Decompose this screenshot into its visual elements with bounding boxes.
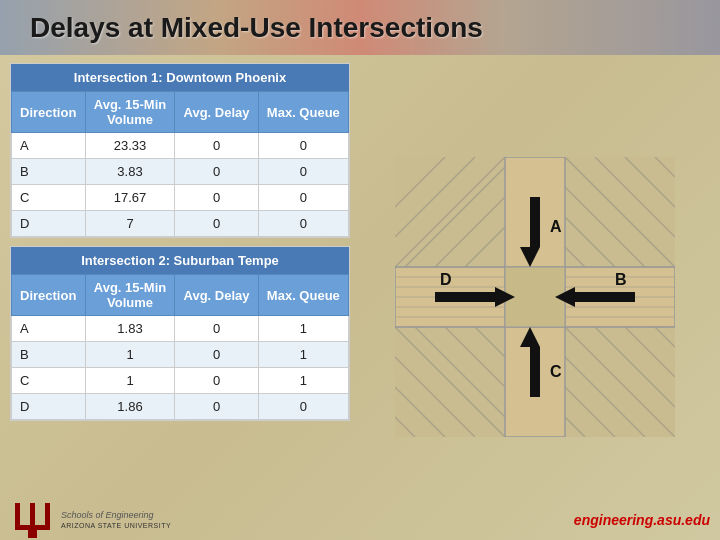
cell-delay: 0 — [175, 368, 258, 394]
cell-delay: 0 — [175, 394, 258, 420]
bottom-bar: Schools of Engineering ARIZONA STATE UNI… — [0, 500, 720, 540]
table2-col-queue: Max. Queue — [258, 275, 348, 316]
cell-direction: A — [12, 133, 86, 159]
schools-label: Schools of Engineering — [61, 510, 171, 522]
cell-delay: 0 — [175, 185, 258, 211]
cell-volume: 1.83 — [85, 316, 175, 342]
table2: Direction Avg. 15-MinVolume Avg. Delay M… — [11, 274, 349, 420]
content-area: Intersection 1: Downtown Phoenix Directi… — [10, 55, 710, 530]
table2-col-volume: Avg. 15-MinVolume — [85, 275, 175, 316]
svg-rect-50 — [530, 197, 540, 247]
table-row: D 1.86 0 0 — [12, 394, 349, 420]
table2-col-direction: Direction — [12, 275, 86, 316]
asu-logo-area: Schools of Engineering ARIZONA STATE UNI… — [10, 503, 171, 538]
cell-volume: 17.67 — [85, 185, 175, 211]
cell-volume: 1.86 — [85, 394, 175, 420]
cell-volume: 7 — [85, 211, 175, 237]
table-row: A 1.83 0 1 — [12, 316, 349, 342]
cell-volume: 1 — [85, 368, 175, 394]
cell-queue: 1 — [258, 316, 348, 342]
table1: Direction Avg. 15-MinVolume Avg. Delay M… — [11, 91, 349, 237]
cell-queue: 0 — [258, 159, 348, 185]
cell-volume: 3.83 — [85, 159, 175, 185]
cell-queue: 0 — [258, 394, 348, 420]
svg-rect-56 — [435, 292, 495, 302]
table1-col-volume: Avg. 15-MinVolume — [85, 92, 175, 133]
svg-rect-60 — [45, 503, 50, 528]
table-row: C 17.67 0 0 — [12, 185, 349, 211]
table1-col-direction: Direction — [12, 92, 86, 133]
table1-col-queue: Max. Queue — [258, 92, 348, 133]
table1-col-delay: Avg. Delay — [175, 92, 258, 133]
cell-direction: B — [12, 159, 86, 185]
table2-col-delay: Avg. Delay — [175, 275, 258, 316]
cell-direction: C — [12, 368, 86, 394]
table-row: B 3.83 0 0 — [12, 159, 349, 185]
svg-rect-59 — [30, 503, 35, 528]
cell-queue: 0 — [258, 133, 348, 159]
table-row: C 1 0 1 — [12, 368, 349, 394]
page-title: Delays at Mixed-Use Intersections — [30, 12, 483, 44]
label-A: A — [550, 218, 562, 235]
cell-delay: 0 — [175, 211, 258, 237]
cell-queue: 0 — [258, 211, 348, 237]
cell-volume: 23.33 — [85, 133, 175, 159]
cell-queue: 1 — [258, 342, 348, 368]
cell-delay: 0 — [175, 159, 258, 185]
svg-rect-61 — [15, 525, 50, 530]
table2-container: Intersection 2: Suburban Tempe Direction… — [10, 246, 350, 421]
cell-volume: 1 — [85, 342, 175, 368]
label-B: B — [615, 271, 627, 288]
intersection-diagram: A B C — [360, 63, 710, 530]
university-label: ARIZONA STATE UNIVERSITY — [61, 521, 171, 530]
intersection-svg: A B C — [395, 157, 675, 437]
svg-rect-58 — [15, 503, 20, 528]
svg-rect-54 — [530, 347, 540, 397]
cell-delay: 0 — [175, 133, 258, 159]
cell-direction: D — [12, 394, 86, 420]
asu-website: engineering.asu.edu — [574, 512, 710, 528]
svg-rect-52 — [575, 292, 635, 302]
svg-rect-62 — [28, 530, 37, 538]
asu-logo-icon — [10, 503, 55, 538]
cell-direction: A — [12, 316, 86, 342]
cell-queue: 1 — [258, 368, 348, 394]
cell-direction: D — [12, 211, 86, 237]
table1-container: Intersection 1: Downtown Phoenix Directi… — [10, 63, 350, 238]
label-D: D — [440, 271, 452, 288]
asu-text-area: Schools of Engineering ARIZONA STATE UNI… — [61, 510, 171, 531]
left-panel: Intersection 1: Downtown Phoenix Directi… — [10, 55, 350, 530]
cell-direction: B — [12, 342, 86, 368]
cell-direction: C — [12, 185, 86, 211]
table-row: D 7 0 0 — [12, 211, 349, 237]
cell-queue: 0 — [258, 185, 348, 211]
table2-header: Intersection 2: Suburban Tempe — [11, 247, 349, 274]
label-C: C — [550, 363, 562, 380]
table-row: B 1 0 1 — [12, 342, 349, 368]
cell-delay: 0 — [175, 342, 258, 368]
table-row: A 23.33 0 0 — [12, 133, 349, 159]
cell-delay: 0 — [175, 316, 258, 342]
right-panel: A B C — [360, 55, 710, 530]
table1-header: Intersection 1: Downtown Phoenix — [11, 64, 349, 91]
